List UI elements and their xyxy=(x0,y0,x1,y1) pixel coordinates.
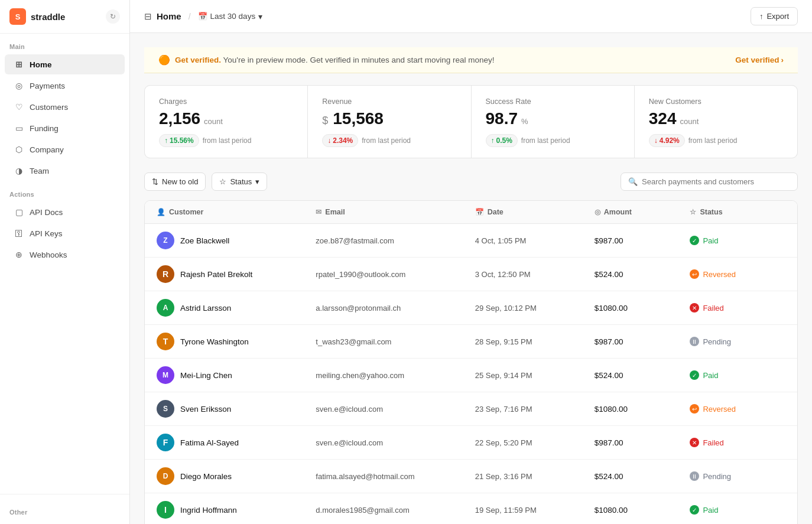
status-cell: ⏸ Pending xyxy=(690,337,785,346)
customer-cell: Z Zoe Blackwell xyxy=(157,232,316,249)
stat-revenue: Revenue $ 15,568 ↓ 2.34% from last perio… xyxy=(308,86,470,158)
sort-button[interactable]: ⇅ New to old xyxy=(144,173,206,191)
stat-badge: ↑ 15.56% from last period xyxy=(159,134,293,147)
email-cell: zoe.b87@fastmail.com xyxy=(316,236,475,245)
sidebar-item-customers[interactable]: ♡ Customers xyxy=(5,97,125,117)
other-section-label: Other xyxy=(0,499,129,519)
email-cell: sven.e@icloud.com xyxy=(316,405,475,414)
status-dot: ✓ xyxy=(690,370,699,380)
logo-icon: S xyxy=(9,8,26,25)
status-cell: ✓ Paid xyxy=(690,370,785,380)
customer-cell: A Astrid Larsson xyxy=(157,299,316,317)
sidebar-item-webhooks[interactable]: ⊕ Webhooks xyxy=(5,245,125,265)
table-row[interactable]: I Ingrid Hoffmann d.morales1985@gmail.co… xyxy=(145,493,797,524)
export-icon: ↑ xyxy=(759,12,764,21)
search-input[interactable] xyxy=(642,177,790,186)
table-row[interactable]: R Rajesh Patel Brekolt rpatel_1990@outlo… xyxy=(145,258,797,291)
export-button[interactable]: ↑ Export xyxy=(751,7,798,25)
amount-cell: $1080.00 xyxy=(595,405,690,414)
amount-cell: $524.00 xyxy=(595,270,690,279)
email-cell: rpatel_1990@outlook.com xyxy=(316,270,475,279)
sidebar-item-api-keys[interactable]: ⚿ API Keys xyxy=(5,223,125,243)
status-filter-button[interactable]: ☆ Status ▾ xyxy=(212,173,267,191)
customer-name: Diego Morales xyxy=(180,472,232,481)
calendar-col-icon: 📅 xyxy=(475,208,484,216)
amount-cell: $1080.00 xyxy=(595,304,690,313)
table-row[interactable]: A Astrid Larsson a.larsson@protonmail.ch… xyxy=(145,291,797,325)
main-content: ⊟ Home / 📅 Last 30 days ▾ ↑ Export 🟠 Get… xyxy=(130,0,812,524)
payments-table: 👤 Customer ✉ Email 📅 Date ◎ Amount ☆ xyxy=(144,200,798,524)
sidebar-item-label: Webhooks xyxy=(30,250,67,259)
sidebar-item-label: Payments xyxy=(30,82,65,90)
status-cell: ↩ Reversed xyxy=(690,269,785,279)
date-cell: 3 Oct, 12:50 PM xyxy=(475,270,595,279)
status-label: Pending xyxy=(703,472,731,481)
status-label: Failed xyxy=(703,304,723,313)
status-dot: ⏸ xyxy=(690,471,699,481)
table-row[interactable]: S Sven Eriksson sven.e@icloud.com 23 Sep… xyxy=(145,392,797,426)
header: ⊟ Home / 📅 Last 30 days ▾ ↑ Export xyxy=(130,0,812,33)
webhooks-icon: ⊕ xyxy=(14,250,24,259)
home-header-icon: ⊟ xyxy=(144,11,152,22)
customer-cell: F Fatima Al-Sayed xyxy=(157,434,316,451)
email-icon: ✉ xyxy=(316,208,321,216)
sort-label: New to old xyxy=(162,177,198,186)
sort-icon: ⇅ xyxy=(152,177,158,186)
table-controls: ⇅ New to old ☆ Status ▾ 🔍 xyxy=(144,173,798,191)
status-cell: ⏸ Pending xyxy=(690,471,785,481)
stat-new-customers: New Customers 324 count ↓ 4.92% from las… xyxy=(635,86,797,158)
sidebar-bottom: Other xyxy=(0,494,129,524)
stat-success-rate: Success Rate 98.7 % ↑ 0.5% from last per… xyxy=(472,86,634,158)
stat-value: 324 count xyxy=(649,109,783,128)
status-dot: ✓ xyxy=(690,505,699,515)
sidebar-item-label: Home xyxy=(30,60,52,69)
table-row[interactable]: F Fatima Al-Sayed sven.e@icloud.com 22 S… xyxy=(145,426,797,460)
stat-charges: Charges 2,156 count ↑ 15.56% from last p… xyxy=(145,86,307,158)
date-range-picker[interactable]: 📅 Last 30 days ▾ xyxy=(198,12,263,21)
refresh-icon[interactable]: ↻ xyxy=(106,9,120,24)
export-label: Export xyxy=(766,12,789,21)
date-cell: 28 Sep, 9:15 PM xyxy=(475,337,595,346)
sidebar-item-funding[interactable]: ▭ Funding xyxy=(5,118,125,138)
sidebar-item-api-docs[interactable]: ▢ API Docs xyxy=(5,202,125,222)
sidebar-item-home[interactable]: ⊞ Home xyxy=(5,54,125,74)
chevron-down-icon: ▾ xyxy=(258,12,262,21)
table-row[interactable]: Z Zoe Blackwell zoe.b87@fastmail.com 4 O… xyxy=(145,224,797,258)
date-cell: 25 Sep, 9:14 PM xyxy=(475,371,595,380)
badge-pill: ↓ 2.34% xyxy=(322,134,358,147)
status-cell: ↩ Reversed xyxy=(690,404,785,414)
table-row[interactable]: T Tyrone Washington t_wash23@gmail.com 2… xyxy=(145,325,797,359)
status-dot: ✕ xyxy=(690,303,699,313)
search-box: 🔍 xyxy=(621,173,798,191)
status-cell: ✕ Failed xyxy=(690,438,785,447)
customer-name: Sven Eriksson xyxy=(180,405,231,414)
company-icon: ⬡ xyxy=(14,145,24,154)
table-row[interactable]: M Mei-Ling Chen meiling.chen@yahoo.com 2… xyxy=(145,359,797,392)
email-cell: fatima.alsayed@hotmail.com xyxy=(316,472,475,481)
date-range-label: Last 30 days xyxy=(210,12,256,21)
status-label: Status xyxy=(230,177,252,186)
sidebar-item-payments[interactable]: ◎ Payments xyxy=(5,76,125,96)
sidebar-item-label: Company xyxy=(30,145,64,154)
verification-banner: 🟠 Get verified. You're in preview mode. … xyxy=(144,47,798,73)
stat-label: Revenue xyxy=(322,97,456,106)
get-verified-link[interactable]: Get verified › xyxy=(735,56,784,64)
calendar-icon: 📅 xyxy=(198,12,207,21)
status-dot: ↩ xyxy=(690,404,699,414)
customer-cell: T Tyrone Washington xyxy=(157,333,316,350)
amount-cell: $987.00 xyxy=(595,337,690,346)
customer-name: Tyrone Washington xyxy=(180,337,249,346)
status-label: Paid xyxy=(703,236,718,245)
sidebar-item-team[interactable]: ◑ Team xyxy=(5,161,125,181)
badge-pill: ↓ 4.92% xyxy=(649,134,685,147)
customer-cell: I Ingrid Hoffmann xyxy=(157,501,316,519)
customer-name: Zoe Blackwell xyxy=(180,236,229,245)
customer-name: Fatima Al-Sayed xyxy=(180,438,239,447)
stat-label: Charges xyxy=(159,97,293,106)
amount-cell: $524.00 xyxy=(595,371,690,380)
table-row[interactable]: D Diego Morales fatima.alsayed@hotmail.c… xyxy=(145,460,797,493)
stat-badge: ↑ 0.5% from last period xyxy=(486,134,620,147)
sidebar-item-company[interactable]: ⬡ Company xyxy=(5,139,125,160)
sidebar: S straddle ↻ Main ⊞ Home ◎ Payments ♡ Cu… xyxy=(0,0,130,524)
email-cell: a.larsson@protonmail.ch xyxy=(316,304,475,313)
